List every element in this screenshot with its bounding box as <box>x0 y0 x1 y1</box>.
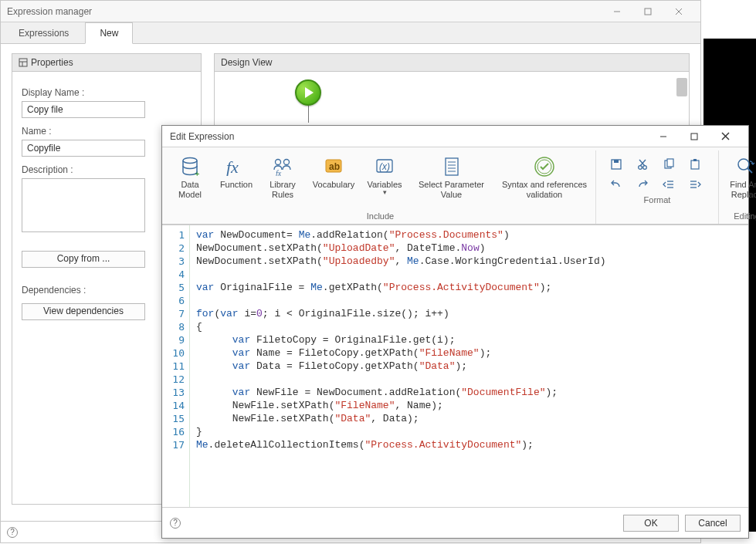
ok-button[interactable]: OK <box>623 515 679 532</box>
svg-rect-8 <box>691 133 697 140</box>
svg-text:fx: fx <box>226 157 239 176</box>
ribbon-group-include: + Data Model fx Function fx Library Rule… <box>165 150 596 224</box>
properties-icon <box>19 58 28 67</box>
display-name-label: Display Name : <box>22 87 192 98</box>
svg-rect-4 <box>19 59 27 66</box>
svg-rect-1 <box>645 8 651 15</box>
svg-line-32 <box>640 160 646 166</box>
function-label: Function <box>220 180 253 190</box>
svg-point-31 <box>643 166 647 170</box>
connector-line <box>308 106 309 123</box>
svg-line-45 <box>748 168 752 173</box>
line-number-gutter: 1234567891011121314151617 <box>162 225 190 507</box>
copy-icon[interactable] <box>661 157 676 172</box>
include-group-label: Include <box>367 211 394 222</box>
svg-point-14 <box>276 160 281 165</box>
edit-expression-dialog: Edit Expression + Data Model <box>161 125 749 539</box>
tab-expressions[interactable]: Expressions <box>4 22 83 43</box>
library-icon: fx <box>273 155 293 178</box>
svg-text:fx: fx <box>276 169 282 176</box>
svg-line-33 <box>639 160 645 166</box>
svg-text:+: + <box>195 169 199 177</box>
vocabulary-icon: ab <box>324 155 344 178</box>
variables-button[interactable]: (x) Variables ▾ <box>364 152 405 198</box>
dialog-maximize-button[interactable] <box>679 126 710 147</box>
select-parameter-button[interactable]: Select Parameter Value <box>411 152 492 203</box>
name-input[interactable] <box>22 140 145 157</box>
ribbon-group-format: Format <box>596 150 719 224</box>
library-rules-label: Library Rules <box>263 180 303 200</box>
find-replace-label: Find And Replace <box>724 180 756 200</box>
paste-icon[interactable] <box>687 157 703 172</box>
outdent-icon[interactable] <box>661 177 676 192</box>
titlebar: Expression manager <box>1 1 700 22</box>
properties-label: Properties <box>31 57 73 68</box>
dialog-close-button[interactable] <box>710 126 741 147</box>
svg-rect-35 <box>667 159 673 167</box>
design-view-header: Design View <box>215 54 689 72</box>
ribbon-group-editing: Find And Replace Editing <box>719 150 756 224</box>
copy-from-button[interactable]: Copy from ... <box>22 251 145 268</box>
chevron-down-icon: ▾ <box>383 190 387 194</box>
svg-text:ab: ab <box>329 161 340 172</box>
svg-point-30 <box>639 166 642 170</box>
display-name-input[interactable] <box>22 101 145 118</box>
function-icon: fx <box>226 155 246 178</box>
svg-point-15 <box>284 160 290 165</box>
code-editor[interactable]: 1234567891011121314151617 var NewDocumen… <box>162 225 748 507</box>
vocabulary-button[interactable]: ab Vocabulary <box>309 152 358 193</box>
data-model-label: Data Model <box>170 180 210 200</box>
svg-point-11 <box>183 158 197 164</box>
variables-icon: (x) <box>375 155 395 178</box>
window-title: Expression manager <box>7 6 602 17</box>
help-icon[interactable]: ? <box>7 527 18 538</box>
find-replace-button[interactable]: Find And Replace <box>724 152 756 203</box>
code-area[interactable]: var NewDocument= Me.addRelation("Process… <box>190 225 748 507</box>
undo-icon[interactable] <box>609 177 624 192</box>
tab-strip: Expressions New <box>1 22 700 44</box>
save-icon[interactable] <box>609 157 624 172</box>
close-button[interactable] <box>663 1 694 22</box>
syntax-validation-button[interactable]: Syntax and references validation <box>498 152 591 203</box>
format-group-label: Format <box>644 195 671 206</box>
start-node-icon[interactable] <box>295 79 321 106</box>
data-model-button[interactable]: + Data Model <box>170 152 210 203</box>
syntax-validation-label: Syntax and references validation <box>498 180 591 200</box>
database-icon: + <box>181 155 199 178</box>
editing-group-label: Editing <box>734 211 756 222</box>
tab-new[interactable]: New <box>85 22 133 44</box>
cut-icon[interactable] <box>635 157 650 172</box>
indent-icon[interactable] <box>687 177 703 192</box>
redo-icon[interactable] <box>635 177 650 192</box>
dialog-title: Edit Expression <box>170 131 648 142</box>
properties-header: Properties <box>12 54 201 72</box>
minimize-button[interactable] <box>602 1 632 22</box>
svg-rect-21 <box>446 158 458 175</box>
scrollbar-thumb[interactable] <box>676 78 687 96</box>
view-dependencies-button[interactable]: View dependencies <box>22 303 145 320</box>
parameter-icon <box>443 155 460 178</box>
description-input[interactable] <box>22 178 145 232</box>
svg-rect-29 <box>614 160 619 163</box>
cancel-button[interactable]: Cancel <box>685 515 741 532</box>
library-rules-button[interactable]: fx Library Rules <box>263 152 303 203</box>
dialog-help-icon[interactable]: ? <box>170 518 181 529</box>
dialog-minimize-button[interactable] <box>648 126 679 147</box>
svg-rect-36 <box>691 160 699 169</box>
svg-rect-37 <box>693 159 697 161</box>
ribbon: + Data Model fx Function fx Library Rule… <box>162 147 748 225</box>
svg-text:(x): (x) <box>379 161 390 172</box>
svg-point-44 <box>738 159 749 170</box>
dialog-titlebar: Edit Expression <box>162 126 748 147</box>
select-parameter-label: Select Parameter Value <box>411 180 492 200</box>
check-icon <box>534 155 555 178</box>
vocabulary-label: Vocabulary <box>313 180 354 190</box>
maximize-button[interactable] <box>632 1 663 22</box>
find-replace-icon <box>736 155 756 178</box>
function-button[interactable]: fx Function <box>216 152 256 193</box>
dialog-footer: ? OK Cancel <box>162 507 748 538</box>
